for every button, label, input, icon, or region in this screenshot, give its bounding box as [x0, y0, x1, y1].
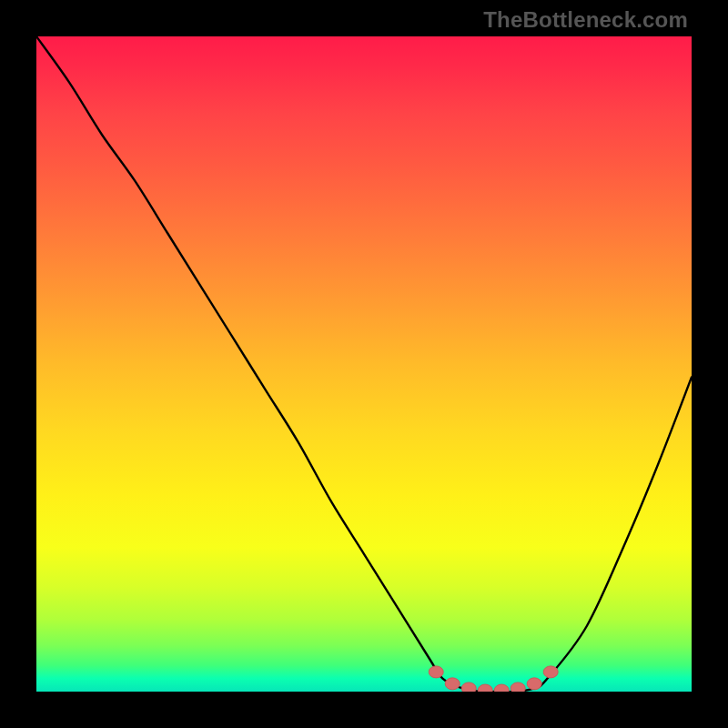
marker-dot	[429, 666, 443, 678]
marker-dot	[527, 678, 541, 690]
marker-dot	[461, 682, 476, 692]
marker-dot	[445, 678, 460, 690]
optimal-range-markers	[429, 666, 558, 692]
marker-dot	[494, 684, 509, 692]
watermark: TheBottleneck.com	[483, 7, 688, 33]
chart-container: TheBottleneck.com	[0, 0, 728, 728]
chart-svg	[36, 36, 692, 692]
plot-area	[36, 36, 692, 692]
bottleneck-curve	[36, 36, 692, 692]
marker-dot	[478, 684, 492, 692]
marker-dot	[543, 666, 558, 678]
marker-dot	[511, 682, 525, 692]
